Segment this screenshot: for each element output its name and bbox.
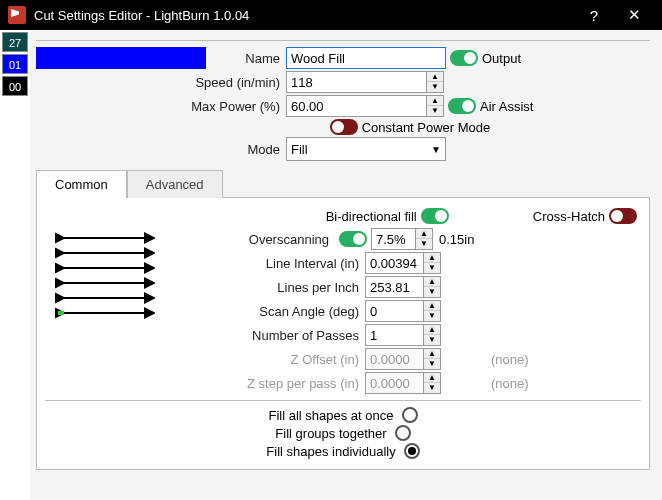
airassist-label: Air Assist xyxy=(480,99,533,114)
tab-advanced[interactable]: Advanced xyxy=(127,170,223,198)
name-input[interactable] xyxy=(286,47,446,69)
app-icon xyxy=(8,6,26,24)
mode-select[interactable]: Fill ▼ xyxy=(286,137,446,161)
zoff-input xyxy=(365,348,423,370)
overscan-label: Overscanning xyxy=(165,232,335,247)
fill-groups-label: Fill groups together xyxy=(275,426,386,441)
content: Name Output Speed (in/min) ▲▼ Max Power … xyxy=(30,30,662,500)
mode-value: Fill xyxy=(291,142,308,157)
overscan-toggle[interactable] xyxy=(339,231,367,247)
speed-label: Speed (in/min) xyxy=(36,75,286,90)
spin-up-icon[interactable]: ▲ xyxy=(424,253,440,263)
spin-down-icon[interactable]: ▼ xyxy=(427,106,443,116)
zstep-note: (none) xyxy=(491,376,529,391)
tab-common[interactable]: Common xyxy=(36,170,127,198)
fill-preview xyxy=(55,230,155,320)
main: 27 01 00 Name Output Speed (in/min) ▲▼ M… xyxy=(0,30,662,500)
cross-toggle[interactable] xyxy=(609,208,637,224)
fill-all-radio[interactable] xyxy=(402,407,418,423)
output-toggle[interactable] xyxy=(450,50,478,66)
fill-all-label: Fill all shapes at once xyxy=(268,408,393,423)
angle-spin[interactable]: ▲▼ xyxy=(365,300,441,322)
maxpower-spin[interactable]: ▲▼ xyxy=(286,95,444,117)
zstep-input xyxy=(365,372,423,394)
output-label: Output xyxy=(482,51,521,66)
overscan-pct-spin[interactable]: ▲▼ xyxy=(371,228,433,250)
zstep-spin: ▲▼ xyxy=(365,372,441,394)
spin-up-icon[interactable]: ▲ xyxy=(427,72,443,82)
tabs: Common Advanced xyxy=(36,169,650,197)
bidir-toggle[interactable] xyxy=(421,208,449,224)
passes-spin[interactable]: ▲▼ xyxy=(365,324,441,346)
passes-label: Number of Passes xyxy=(165,328,365,343)
spin-up-icon[interactable]: ▲ xyxy=(427,96,443,106)
fill-indiv-label: Fill shapes individually xyxy=(266,444,395,459)
passes-input[interactable] xyxy=(365,324,423,346)
svg-rect-6 xyxy=(58,311,64,315)
swatch-27[interactable]: 27 xyxy=(2,32,28,52)
lineint-label: Line Interval (in) xyxy=(165,256,365,271)
spin-down-icon: ▼ xyxy=(424,383,440,393)
lineint-input[interactable] xyxy=(365,252,423,274)
overscan-pct-input[interactable] xyxy=(371,228,415,250)
fill-groups-radio[interactable] xyxy=(395,425,411,441)
chevron-down-icon: ▼ xyxy=(431,144,441,155)
tab-panel-common: Bi-directional fill Cross-Hatch xyxy=(36,197,650,470)
lpi-input[interactable] xyxy=(365,276,423,298)
spin-down-icon[interactable]: ▼ xyxy=(427,82,443,92)
spin-up-icon[interactable]: ▲ xyxy=(424,325,440,335)
spin-down-icon[interactable]: ▼ xyxy=(424,311,440,321)
zstep-label: Z step per pass (in) xyxy=(165,376,365,391)
titlebar: Cut Settings Editor - LightBurn 1.0.04 ?… xyxy=(0,0,662,30)
spin-down-icon[interactable]: ▼ xyxy=(424,263,440,273)
airassist-toggle[interactable] xyxy=(448,98,476,114)
spin-up-icon[interactable]: ▲ xyxy=(416,229,432,239)
overscan-in: 0.15in xyxy=(439,232,474,247)
cross-label: Cross-Hatch xyxy=(533,209,605,224)
zoff-spin: ▲▼ xyxy=(365,348,441,370)
swatch-00[interactable]: 00 xyxy=(2,76,28,96)
bidir-label: Bi-directional fill xyxy=(326,209,417,224)
constpower-label: Constant Power Mode xyxy=(362,120,491,135)
spin-up-icon[interactable]: ▲ xyxy=(424,301,440,311)
spin-down-icon: ▼ xyxy=(424,359,440,369)
speed-input[interactable] xyxy=(286,71,426,93)
lpi-spin[interactable]: ▲▼ xyxy=(365,276,441,298)
spin-down-icon[interactable]: ▼ xyxy=(424,335,440,345)
spin-down-icon[interactable]: ▼ xyxy=(416,239,432,249)
lineint-spin[interactable]: ▲▼ xyxy=(365,252,441,274)
speed-spin[interactable]: ▲▼ xyxy=(286,71,444,93)
close-button[interactable]: ✕ xyxy=(614,6,654,24)
layer-palette: 27 01 00 xyxy=(0,30,30,500)
spin-up-icon[interactable]: ▲ xyxy=(424,277,440,287)
layer-color-strip[interactable] xyxy=(36,47,206,69)
maxpower-label: Max Power (%) xyxy=(36,99,286,114)
constpower-toggle[interactable] xyxy=(330,119,358,135)
window-title: Cut Settings Editor - LightBurn 1.0.04 xyxy=(34,8,574,23)
zoff-note: (none) xyxy=(491,352,529,367)
mode-label: Mode xyxy=(36,142,286,157)
angle-input[interactable] xyxy=(365,300,423,322)
spin-down-icon[interactable]: ▼ xyxy=(424,287,440,297)
maxpower-input[interactable] xyxy=(286,95,426,117)
spin-up-icon: ▲ xyxy=(424,373,440,383)
name-label: Name xyxy=(206,51,286,66)
zoff-label: Z Offset (in) xyxy=(165,352,365,367)
angle-label: Scan Angle (deg) xyxy=(165,304,365,319)
fill-indiv-radio[interactable] xyxy=(404,443,420,459)
swatch-01[interactable]: 01 xyxy=(2,54,28,74)
lpi-label: Lines per Inch xyxy=(165,280,365,295)
help-button[interactable]: ? xyxy=(574,7,614,24)
spin-up-icon: ▲ xyxy=(424,349,440,359)
